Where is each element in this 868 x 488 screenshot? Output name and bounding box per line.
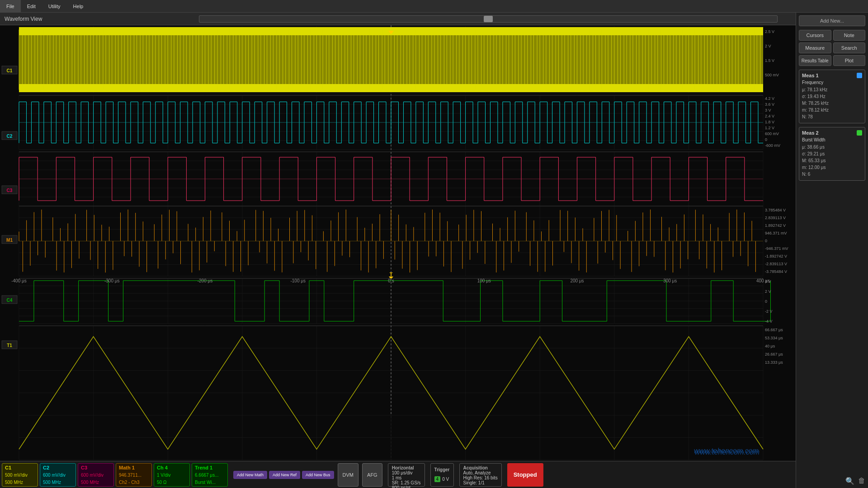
horizontal-sr: SR: 1.25 GS/s (392, 480, 421, 485)
meas1-N: N: 78 (802, 113, 813, 120)
zoom-icon[interactable]: 🔍 (845, 477, 854, 485)
math1-info[interactable]: Math 1 946.3711... Ch2 - Ch3 (116, 463, 152, 487)
acq-single: Single: 1/1 (463, 480, 498, 485)
channel-info-bar: C1 500 mV/div 500 MHz C2 600 mV/div 500 … (0, 461, 796, 488)
meas2-mu-row: μ: 38.66 μs (802, 144, 862, 150)
meas2-indicator (857, 130, 862, 136)
waveform-canvas (0, 25, 796, 461)
meas1-M-row: M: 78.25 kHz (802, 100, 862, 107)
menu-file[interactable]: File (0, 0, 21, 12)
meas1-type: Frequency (802, 80, 862, 85)
meas2-m-row: m: 12.00 μs (802, 164, 862, 171)
waveform-scrollbar[interactable] (199, 15, 778, 23)
add-new-math-button[interactable]: Add New Math (233, 471, 267, 479)
horizontal-hdiv: 100 μs/div (392, 470, 421, 475)
measure-button[interactable]: Measure (799, 42, 831, 53)
waveform-canvas-container: www.tehencom.com (0, 25, 796, 461)
measure-search-row: Measure Search (799, 42, 865, 53)
add-new-bus-group: Add New Bus (302, 471, 334, 479)
ch4-vdiv: 1 V/div (157, 473, 187, 478)
ch4-info[interactable]: Ch 4 1 V/div 50 Ω (154, 463, 190, 487)
scrollbar-thumb[interactable] (484, 16, 493, 22)
ch2-vdiv: 600 mV/div (43, 473, 73, 478)
ch2-info[interactable]: C2 600 mV/div 500 MHz (40, 463, 76, 487)
trend1-extra: Burst Wi... (195, 480, 225, 485)
dvm-button[interactable]: DVM (338, 463, 359, 487)
cursors-note-row: Cursors Note (799, 30, 865, 41)
trigger-box: Trigger 4 0 V (430, 463, 454, 487)
meas1-title: Meas 1 (802, 73, 819, 78)
meas1-mu: μ: 78.13 kHz (802, 86, 827, 93)
math1-label: Math 1 (119, 465, 149, 470)
menu-edit[interactable]: Edit (21, 0, 42, 12)
meas1-m-row: m: 78.12 kHz (802, 107, 862, 113)
acq-res: High Res: 16 bits (463, 475, 498, 480)
ch4-extra: 50 Ω (157, 480, 187, 485)
afg-button[interactable]: AFG (362, 463, 382, 487)
trend1-info[interactable]: Trend 1 6.6667 μs... Burst Wi... (192, 463, 228, 487)
trend1-vdiv: 6.6667 μs... (195, 473, 225, 478)
ch1-vdiv: 500 mV/div (5, 473, 35, 478)
search-button[interactable]: Search (833, 42, 866, 53)
add-new-ref-button[interactable]: Add New Ref (269, 471, 300, 479)
waveform-area: Waveform View www.tehencom.com C1 500 mV… (0, 13, 796, 488)
ch3-label: C3 (81, 465, 111, 470)
meas2-sigma-row: σ: 29.21 μs (802, 150, 862, 157)
meas1-sigma-row: σ: 19.43 Hz (802, 93, 862, 100)
meas2-M-row: M: 65.33 μs (802, 157, 862, 164)
meas1-mu-row: μ: 78.13 kHz (802, 86, 862, 93)
meas1-M: M: 78.25 kHz (802, 100, 829, 107)
ch3-bw: 500 MHz (81, 480, 111, 485)
acq-mode: Auto, Analyze (463, 470, 498, 475)
acquisition-box: Acquisition Auto, Analyze High Res: 16 b… (459, 463, 502, 487)
meas2-mu: μ: 38.66 μs (802, 144, 825, 150)
ch3-vdiv: 600 mV/div (81, 473, 111, 478)
plot-button[interactable]: Plot (833, 55, 866, 66)
meas1-N-row: N: 78 (802, 113, 862, 120)
horizontal-pts: 800 ps/pt (392, 485, 421, 488)
horizontal-box: Horizontal 100 μs/div 1 ms SR: 1.25 GS/s… (388, 463, 425, 487)
meas1-title-row: Meas 1 (802, 73, 862, 78)
acquisition-title: Acquisition (463, 465, 498, 470)
add-new-math-group: Add New Math (233, 471, 267, 479)
results-table-button[interactable]: Results Table (799, 55, 831, 66)
trigger-ch-row: 4 0 V (434, 476, 450, 482)
add-buttons-group: Add New Math Add New Ref Add New Bus (233, 471, 334, 479)
meas2-sigma: σ: 29.21 μs (802, 150, 825, 157)
ch3-info[interactable]: C3 600 mV/div 500 MHz (78, 463, 114, 487)
add-new-bus-button[interactable]: Add New Bus (302, 471, 334, 479)
meas2-N-row: N: 6 (802, 171, 862, 178)
note-button[interactable]: Note (833, 30, 866, 41)
horizontal-delay: 1 ms (392, 475, 421, 480)
ch1-info[interactable]: C1 500 mV/div 500 MHz (2, 463, 38, 487)
add-new-ref-group: Add New Ref (269, 471, 300, 479)
stopped-button[interactable]: Stopped (507, 463, 543, 487)
meas2-title: Meas 2 (802, 130, 819, 136)
math1-vdiv: 946.3711... (119, 473, 149, 478)
trigger-ch-badge: 4 (434, 476, 441, 482)
waveform-title: Waveform View (5, 16, 42, 22)
meas2-type: Burst Width (802, 137, 862, 142)
meas2-N: N: 6 (802, 171, 810, 178)
meas1-indicator (857, 73, 862, 78)
cursors-button[interactable]: Cursors (799, 30, 831, 41)
add-new-button[interactable]: Add New... (799, 15, 865, 26)
menu-help[interactable]: Help (67, 0, 90, 12)
trigger-title: Trigger (434, 467, 450, 472)
ch2-bw: 500 MHz (43, 480, 73, 485)
trigger-level: 0 V (442, 477, 449, 482)
menu-bar: File Edit Utility Help (0, 0, 868, 13)
meas1-panel: Meas 1 Frequency μ: 78.13 kHz σ: 19.43 H… (799, 70, 865, 123)
ch2-label: C2 (43, 465, 73, 470)
waveform-title-bar: Waveform View (0, 13, 796, 25)
meas2-panel: Meas 2 Burst Width μ: 38.66 μs σ: 29.21 … (799, 127, 865, 181)
menu-utility[interactable]: Utility (42, 0, 67, 12)
meas2-title-row: Meas 2 (802, 130, 862, 136)
ch1-label: C1 (5, 465, 35, 470)
meas2-M: M: 65.33 μs (802, 157, 826, 164)
meas1-m: m: 78.12 kHz (802, 107, 829, 113)
results-plot-row: Results Table Plot (799, 55, 865, 66)
ch1-bw: 500 MHz (5, 480, 35, 485)
delete-icon[interactable]: 🗑 (858, 477, 865, 485)
trend1-label: Trend 1 (195, 465, 225, 470)
